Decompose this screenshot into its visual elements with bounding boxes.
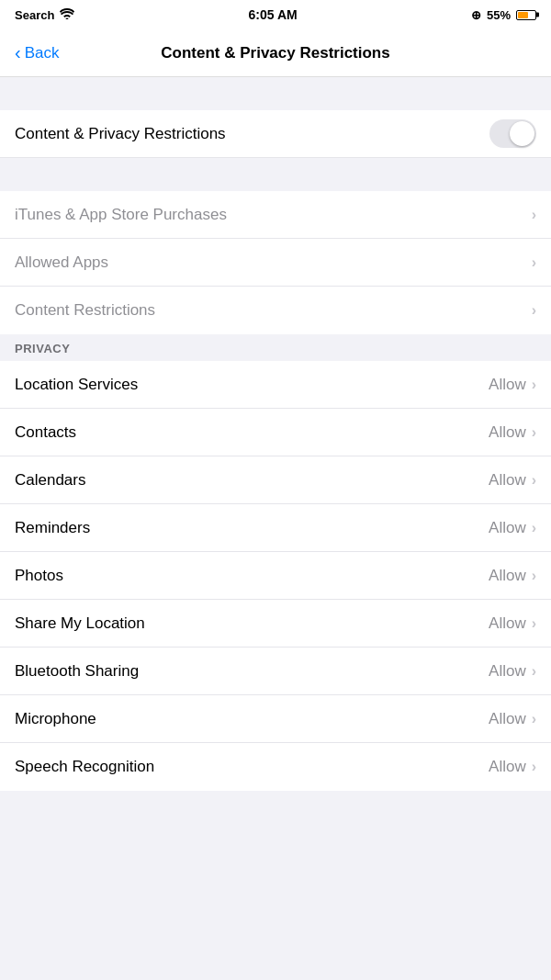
content-section: iTunes & App Store Purchases › Allowed A… — [0, 191, 551, 334]
share-my-location-value: Allow — [489, 614, 526, 633]
contacts-value: Allow — [489, 423, 526, 442]
carrier-label: Search — [15, 8, 54, 22]
share-my-location-row[interactable]: Share My Location Allow › — [0, 600, 551, 648]
speech-recognition-value: Allow — [489, 758, 526, 776]
chevron-right-icon: › — [532, 424, 536, 441]
calendars-value: Allow — [489, 471, 526, 490]
content-privacy-toggle[interactable] — [489, 119, 536, 148]
location-services-right: Allow › — [489, 376, 536, 394]
chevron-right-icon: › — [532, 759, 536, 775]
location-services-value: Allow — [489, 376, 526, 394]
contacts-right: Allow › — [489, 423, 536, 442]
chevron-right-icon: › — [532, 663, 536, 680]
back-button[interactable]: ‹ Back — [15, 43, 59, 63]
chevron-right-icon: › — [532, 711, 536, 727]
chevron-right-icon: › — [532, 472, 536, 489]
speech-recognition-row[interactable]: Speech Recognition Allow › — [0, 743, 551, 791]
allowed-apps-label: Allowed Apps — [15, 253, 108, 272]
svg-point-0 — [66, 17, 69, 19]
battery-icon — [516, 10, 536, 20]
main-toggle-section: Content & Privacy Restrictions — [0, 110, 551, 158]
status-right: ⊕ 55% — [471, 8, 536, 22]
reminders-right: Allow › — [489, 519, 536, 537]
status-bar: Search 6:05 AM ⊕ 55% — [0, 0, 551, 29]
bluetooth-sharing-right: Allow › — [489, 662, 536, 681]
share-my-location-right: Allow › — [489, 614, 536, 633]
privacy-section-header: PRIVACY — [0, 334, 551, 361]
reminders-value: Allow — [489, 519, 526, 537]
chevron-right-icon: › — [532, 520, 536, 536]
location-services-label: Location Services — [15, 376, 138, 394]
content-restrictions-row[interactable]: Content Restrictions › — [0, 287, 551, 334]
content-restrictions-label: Content Restrictions — [15, 301, 155, 320]
chevron-right-icon: › — [532, 302, 536, 319]
rotation-lock-icon: ⊕ — [471, 8, 481, 22]
wifi-icon — [60, 8, 74, 22]
microphone-right: Allow › — [489, 710, 536, 728]
microphone-row[interactable]: Microphone Allow › — [0, 695, 551, 743]
privacy-header-label: PRIVACY — [15, 342, 70, 355]
microphone-value: Allow — [489, 710, 526, 728]
chevron-right-icon: › — [532, 615, 536, 632]
chevron-right-icon: › — [532, 254, 536, 271]
bluetooth-sharing-value: Allow — [489, 662, 526, 681]
allowed-apps-row[interactable]: Allowed Apps › — [0, 239, 551, 287]
content-restrictions-right: › — [532, 302, 536, 319]
content-privacy-toggle-label: Content & Privacy Restrictions — [15, 125, 226, 143]
photos-right: Allow › — [489, 567, 536, 585]
battery-fill — [518, 12, 528, 18]
calendars-label: Calendars — [15, 471, 86, 490]
content-privacy-toggle-row: Content & Privacy Restrictions — [0, 110, 551, 158]
bluetooth-sharing-label: Bluetooth Sharing — [15, 662, 139, 681]
privacy-section: Location Services Allow › Contacts Allow… — [0, 361, 551, 791]
chevron-right-icon: › — [532, 207, 536, 223]
toggle-knob — [510, 121, 534, 146]
page-title: Content & Privacy Restrictions — [161, 44, 389, 62]
battery-percent-label: 55% — [487, 8, 511, 22]
speech-recognition-right: Allow › — [489, 758, 536, 776]
calendars-right: Allow › — [489, 471, 536, 490]
chevron-right-icon: › — [532, 568, 536, 584]
allowed-apps-right: › — [532, 254, 536, 271]
back-chevron-icon: ‹ — [15, 42, 21, 63]
bluetooth-sharing-row[interactable]: Bluetooth Sharing Allow › — [0, 648, 551, 695]
itunes-app-store-label: iTunes & App Store Purchases — [15, 206, 227, 224]
status-left: Search — [15, 8, 74, 22]
top-gap — [0, 77, 551, 110]
section-gap-1 — [0, 158, 551, 191]
contacts-row[interactable]: Contacts Allow › — [0, 409, 551, 456]
calendars-row[interactable]: Calendars Allow › — [0, 456, 551, 504]
microphone-label: Microphone — [15, 710, 96, 728]
itunes-app-store-row[interactable]: iTunes & App Store Purchases › — [0, 191, 551, 239]
speech-recognition-label: Speech Recognition — [15, 758, 154, 776]
location-services-row[interactable]: Location Services Allow › — [0, 361, 551, 409]
share-my-location-label: Share My Location — [15, 614, 145, 633]
itunes-app-store-right: › — [532, 207, 536, 223]
photos-value: Allow — [489, 567, 526, 585]
reminders-label: Reminders — [15, 519, 90, 537]
photos-label: Photos — [15, 567, 63, 585]
reminders-row[interactable]: Reminders Allow › — [0, 504, 551, 552]
chevron-right-icon: › — [532, 377, 536, 393]
contacts-label: Contacts — [15, 423, 76, 442]
nav-bar: ‹ Back Content & Privacy Restrictions — [0, 29, 551, 77]
status-time: 6:05 AM — [249, 7, 298, 22]
photos-row[interactable]: Photos Allow › — [0, 552, 551, 600]
back-label: Back — [25, 44, 60, 62]
